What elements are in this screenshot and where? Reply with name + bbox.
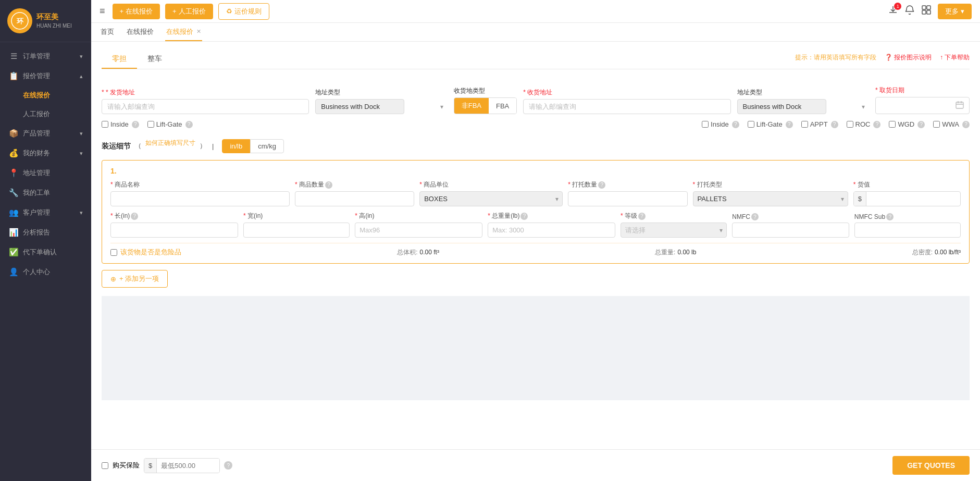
nmfc-input[interactable]	[732, 223, 849, 238]
total-weight-value: 0.00 lb	[677, 249, 696, 256]
insurance-help-icon[interactable]: ?	[224, 461, 232, 470]
from-inside-checkbox[interactable]: Inside ?	[102, 120, 139, 128]
total-weight-input[interactable]	[488, 223, 615, 238]
liftgate-from-input[interactable]	[147, 121, 154, 128]
settings-button[interactable]	[921, 5, 932, 18]
unit-toggle: in/lb cm/kg	[222, 139, 284, 153]
sidebar-item-personal-center[interactable]: 👤 个人中心	[0, 262, 91, 282]
inside-help-icon[interactable]: ?	[132, 121, 139, 128]
insurance-checkbox[interactable]	[102, 462, 108, 469]
liftgate-to-input[interactable]	[748, 121, 754, 128]
pallet-qty-input[interactable]	[568, 191, 687, 206]
to-appt-checkbox[interactable]: APPT ?	[801, 120, 838, 128]
roc-to-input[interactable]	[847, 121, 853, 128]
to-appt-help-icon[interactable]: ?	[831, 121, 838, 128]
grade-select[interactable]: 请选择 50 55 60	[621, 223, 727, 238]
height-input[interactable]	[355, 223, 482, 238]
to-wwa-checkbox[interactable]: WWA ?	[933, 120, 970, 128]
notification-button[interactable]	[904, 5, 915, 18]
to-wwa-help-icon[interactable]: ?	[962, 121, 970, 128]
nmfc-help-icon[interactable]: ?	[751, 213, 759, 220]
sidebar-item-analytics[interactable]: 📊 分析报告	[0, 223, 91, 242]
length-input[interactable]	[110, 223, 238, 238]
cargo-value-input[interactable]	[866, 192, 908, 206]
proxy-icon: ✅	[8, 248, 19, 257]
pallet-type-select[interactable]: PALLETS SKIDS	[693, 191, 848, 206]
from-address-type-select[interactable]: Business with Dock Business without Dock…	[315, 99, 404, 114]
grade-help-icon[interactable]: ?	[638, 213, 646, 220]
inside-to-input[interactable]	[702, 121, 709, 128]
inside-from-input[interactable]	[102, 121, 108, 128]
online-quote-button[interactable]: + 在线报价	[113, 4, 160, 19]
sidebar-item-label: 分析报告	[23, 228, 50, 237]
price-rules-button[interactable]: ♻ 运价规则	[218, 3, 269, 20]
tab-ltl[interactable]: 零担	[102, 50, 137, 69]
liftgate-help-icon[interactable]: ?	[185, 121, 193, 128]
from-address-type-label: 地址类型	[315, 88, 447, 97]
appt-to-input[interactable]	[801, 121, 808, 128]
nmfc-sub-help-icon[interactable]: ?	[886, 213, 894, 220]
from-address-input[interactable]	[102, 99, 309, 114]
to-inside-help-icon[interactable]: ?	[732, 121, 739, 128]
menu-toggle-button[interactable]: ≡	[100, 6, 105, 17]
sidebar-item-manual-quote[interactable]: 人工报价	[0, 105, 91, 124]
download-button[interactable]: 1	[888, 5, 898, 18]
to-roc-checkbox[interactable]: ROC ?	[847, 120, 881, 128]
add-item-button[interactable]: ⊕ + 添加另一项	[102, 270, 168, 288]
sidebar-item-customer-mgmt[interactable]: 👥 客户管理 ▾	[0, 203, 91, 223]
sidebar-item-quote-mgmt[interactable]: 📋 报价管理 ▴	[0, 66, 91, 86]
nmfc-sub-input[interactable]	[854, 223, 961, 238]
dangerous-input[interactable]	[110, 249, 117, 256]
to-wgd-checkbox[interactable]: WGD ?	[889, 120, 925, 128]
tab-online-quote-2[interactable]: 在线报价 ✕	[165, 23, 202, 41]
insurance-amount-input[interactable]	[157, 459, 219, 473]
more-button[interactable]: 更多 ▾	[938, 4, 972, 19]
length-label: * 长(in)?	[110, 212, 238, 220]
product-qty-input[interactable]	[295, 191, 414, 206]
product-unit-select[interactable]: BOXES PALLETS PIECES	[419, 191, 563, 206]
wgd-to-input[interactable]	[889, 121, 896, 128]
to-wgd-help-icon[interactable]: ?	[917, 121, 925, 128]
qty-help-icon[interactable]: ?	[325, 181, 332, 189]
to-inside-checkbox[interactable]: Inside ?	[702, 120, 739, 128]
from-liftgate-checkbox[interactable]: Lift-Gate ?	[147, 120, 193, 128]
sidebar-item-label: 产品管理	[23, 129, 50, 138]
width-input[interactable]	[243, 223, 350, 238]
manual-quote-button[interactable]: + 人工报价	[165, 4, 213, 19]
non-fba-button[interactable]: 非FBA	[454, 98, 489, 114]
pickup-date-input[interactable]	[875, 97, 970, 114]
to-liftgate-checkbox[interactable]: Lift-Gate ?	[748, 120, 793, 128]
sidebar-item-finance[interactable]: 💰 我的财务 ▾	[0, 143, 91, 163]
unit-in-lb-button[interactable]: in/lb	[222, 139, 250, 153]
sidebar-item-address-mgmt[interactable]: 📍 地址管理	[0, 163, 91, 183]
wwa-to-input[interactable]	[933, 121, 940, 128]
unit-cm-kg-button[interactable]: cm/kg	[250, 139, 284, 153]
get-quotes-button[interactable]: GET QUOTES	[892, 456, 970, 475]
dangerous-goods-checkbox[interactable]: 该货物是否是危险品	[110, 248, 181, 257]
question-icon: ❓	[885, 54, 892, 61]
length-help-icon[interactable]: ?	[131, 213, 138, 220]
sidebar-item-product-mgmt[interactable]: 📦 产品管理 ▾	[0, 124, 91, 143]
sidebar-item-online-quote[interactable]: 在线报价	[0, 86, 91, 105]
tab-ftl[interactable]: 整车	[137, 50, 172, 69]
sidebar-item-proxy-confirm[interactable]: ✅ 代下单确认	[0, 242, 91, 262]
to-roc-help-icon[interactable]: ?	[873, 121, 880, 128]
close-tab-icon[interactable]: ✕	[196, 28, 201, 35]
grade-wrapper: 请选择 50 55 60	[621, 223, 727, 238]
sidebar-item-order-mgmt[interactable]: ☰ 订单管理 ▾	[0, 46, 91, 66]
to-address-type-select[interactable]: Business with Dock Business without Dock…	[737, 99, 826, 114]
sidebar-item-label: 我的财务	[23, 149, 50, 158]
sidebar-item-workorder[interactable]: 🔧 我的工单	[0, 183, 91, 203]
quote-illustration-link[interactable]: ❓ 报价图示说明	[885, 53, 932, 62]
order-help-link[interactable]: ↑ 下单帮助	[940, 53, 970, 62]
to-liftgate-help-icon[interactable]: ?	[786, 121, 793, 128]
total-weight-help-icon[interactable]: ?	[520, 213, 528, 220]
to-address-input[interactable]	[523, 99, 730, 114]
pallet-qty-help-icon[interactable]: ?	[598, 181, 605, 189]
tab-home[interactable]: 首页	[100, 23, 115, 41]
fba-button[interactable]: FBA	[489, 98, 516, 114]
product-name-input[interactable]	[110, 191, 290, 206]
tab-online-quote-1[interactable]: 在线报价	[126, 23, 155, 41]
tab-label: 整车	[147, 54, 162, 63]
how-to-link[interactable]: 如何正确填写尺寸	[145, 139, 195, 147]
